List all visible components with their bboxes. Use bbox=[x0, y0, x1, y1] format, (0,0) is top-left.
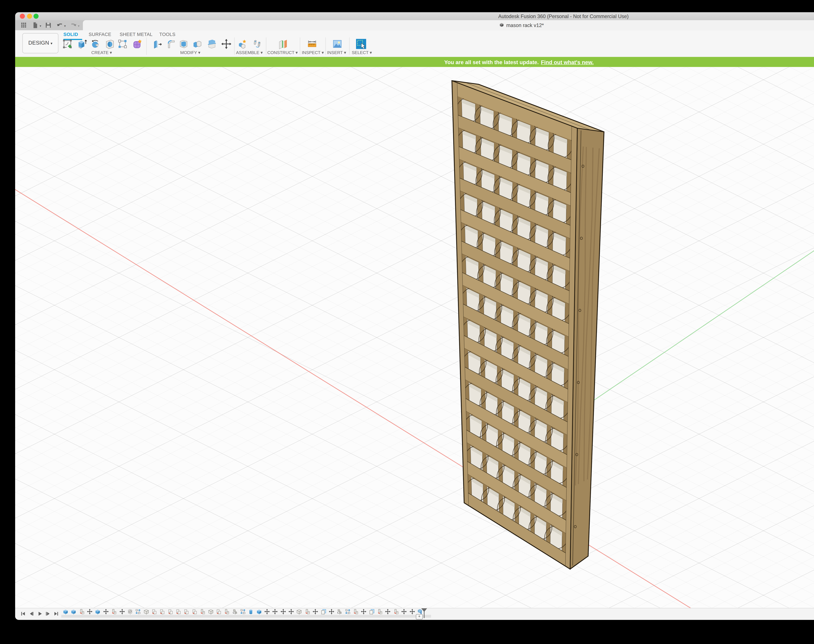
timeline-feature-body-copy[interactable] bbox=[159, 609, 165, 614]
tab-sheet-metal[interactable]: SHEET METAL bbox=[120, 32, 153, 38]
desktop: Autodesk Fusion 360 (Personal - Not for … bbox=[0, 0, 814, 644]
undo-icon[interactable] bbox=[56, 21, 63, 29]
playback-step-forward-button[interactable] bbox=[45, 611, 51, 616]
tool-form[interactable] bbox=[132, 38, 143, 49]
document-tab[interactable]: mason rack v12* × bbox=[83, 20, 814, 30]
fusion360-window: Autodesk Fusion 360 (Personal - Not for … bbox=[15, 12, 814, 620]
tool-new-component[interactable] bbox=[237, 38, 248, 49]
timeline-feature-extrude[interactable] bbox=[71, 609, 77, 614]
workspace-selector-button[interactable]: DESIGN ▾ bbox=[22, 33, 58, 54]
timeline-add-button[interactable]: + bbox=[416, 614, 423, 619]
document-tab-title: mason rack v12* bbox=[506, 22, 544, 28]
timeline-feature-plane[interactable] bbox=[320, 609, 326, 614]
timeline-feature-gray-copy[interactable] bbox=[232, 609, 238, 614]
tab-tools[interactable]: TOOLS bbox=[159, 32, 175, 38]
timeline-feature-move[interactable] bbox=[103, 609, 109, 614]
timeline-feature-link[interactable] bbox=[127, 609, 133, 614]
playback-play-button[interactable] bbox=[37, 611, 43, 616]
toolbar-divider bbox=[325, 37, 326, 55]
tab-solid[interactable]: SOLID bbox=[63, 32, 78, 38]
viewport-canvas[interactable]: Z TOP FRONT RIGHT X bbox=[15, 67, 814, 608]
timeline-feature-box[interactable] bbox=[208, 609, 213, 614]
timeline-feature-cylinder-copy[interactable] bbox=[393, 609, 399, 614]
timeline-feature-body-copy[interactable] bbox=[175, 609, 181, 614]
tool-measure[interactable] bbox=[307, 38, 317, 49]
group-label-create[interactable]: CREATE ▾ bbox=[80, 50, 123, 55]
timeline-feature-pattern[interactable] bbox=[135, 609, 141, 614]
timeline-feature-move[interactable] bbox=[401, 609, 407, 614]
playback-go-to-end-button[interactable] bbox=[54, 611, 59, 616]
timeline-feature-box[interactable] bbox=[296, 609, 302, 614]
timeline-feature-move[interactable] bbox=[272, 609, 278, 614]
timeline-feature-cylinder-copy[interactable] bbox=[377, 609, 383, 614]
timeline-feature-move[interactable] bbox=[361, 609, 366, 614]
timeline-feature-move[interactable] bbox=[87, 609, 93, 614]
timeline-feature-cylinder-copy[interactable] bbox=[353, 609, 359, 614]
timeline-feature-body-copy[interactable] bbox=[184, 609, 189, 614]
group-label-modify[interactable]: MODIFY ▾ bbox=[169, 50, 212, 55]
timeline-feature-move[interactable] bbox=[313, 609, 318, 614]
timeline-feature-extrude[interactable] bbox=[256, 609, 262, 614]
timeline-feature-move[interactable] bbox=[280, 609, 286, 614]
timeline-feature-move[interactable] bbox=[288, 609, 294, 614]
timeline-bar: + ⚙ bbox=[15, 608, 814, 620]
timeline-feature-extrude[interactable] bbox=[95, 609, 101, 614]
toolbar-divider bbox=[234, 37, 235, 55]
tool-combine[interactable] bbox=[192, 38, 202, 49]
timeline-feature-pattern[interactable] bbox=[240, 609, 246, 614]
timeline-feature-move[interactable] bbox=[409, 609, 415, 614]
timeline-feature-cylinder[interactable] bbox=[248, 609, 254, 614]
timeline-feature-pattern[interactable] bbox=[345, 609, 351, 614]
timeline-feature-derive[interactable] bbox=[417, 609, 423, 614]
timeline-ruler[interactable] bbox=[61, 615, 431, 618]
timeline-feature-move[interactable] bbox=[385, 609, 391, 614]
apps-grid-icon[interactable] bbox=[20, 21, 28, 29]
playback-step-back-button[interactable] bbox=[29, 611, 34, 616]
tool-select[interactable] bbox=[356, 38, 366, 49]
timeline-feature-cylinder-copy[interactable] bbox=[79, 609, 84, 614]
file-menu-icon[interactable] bbox=[32, 21, 39, 29]
timeline-feature-body-copy[interactable] bbox=[216, 609, 221, 614]
timeline-feature-cylinder-copy[interactable] bbox=[304, 609, 310, 614]
toolbar-divider bbox=[300, 37, 300, 55]
timeline-feature-cylinder-copy[interactable] bbox=[111, 609, 117, 614]
timeline-feature-body-copy[interactable] bbox=[152, 609, 157, 614]
tool-move-copy[interactable] bbox=[221, 38, 231, 49]
toolbar-divider bbox=[146, 37, 147, 55]
tool-revolve[interactable] bbox=[90, 38, 100, 49]
update-banner: You are all set with the latest update. … bbox=[15, 57, 814, 67]
timeline-feature-plane[interactable] bbox=[369, 609, 375, 614]
save-icon[interactable] bbox=[44, 21, 52, 29]
playback-go-to-start-button[interactable] bbox=[20, 611, 26, 616]
tool-split-body[interactable] bbox=[207, 38, 217, 49]
toolbar-divider bbox=[349, 37, 350, 55]
tool-hole[interactable] bbox=[104, 38, 115, 49]
timeline-feature-box[interactable] bbox=[143, 609, 149, 614]
timeline-feature-move[interactable] bbox=[264, 609, 270, 614]
timeline-feature-cylinder-copy[interactable] bbox=[200, 609, 205, 614]
tool-rectangular-pattern[interactable] bbox=[117, 38, 128, 49]
timeline-feature-move[interactable] bbox=[329, 609, 334, 614]
timeline-feature-body-copy[interactable] bbox=[167, 609, 173, 614]
timeline-feature-cylinder-copy[interactable] bbox=[224, 609, 230, 614]
title-bar: Autodesk Fusion 360 (Personal - Not for … bbox=[15, 12, 814, 20]
timeline-feature-body-copy[interactable] bbox=[192, 609, 197, 614]
tool-create-sketch[interactable] bbox=[62, 38, 73, 49]
tab-surface[interactable]: SURFACE bbox=[89, 32, 111, 38]
timeline-feature-gray-copy[interactable] bbox=[337, 609, 342, 614]
tool-fillet[interactable] bbox=[166, 38, 176, 49]
group-label-select[interactable]: SELECT ▾ bbox=[340, 50, 383, 55]
model-mason-jar-rack[interactable] bbox=[15, 67, 814, 608]
tab-bar: ▾ ▾ ▾ mason rack v12* × + ? NS bbox=[15, 20, 814, 30]
banner-link[interactable]: Find out what's new. bbox=[541, 59, 594, 65]
timeline-feature-move[interactable] bbox=[119, 609, 125, 614]
timeline-feature-extrude[interactable] bbox=[63, 609, 68, 614]
tool-construction-plane[interactable] bbox=[277, 38, 288, 49]
tool-extrude[interactable] bbox=[77, 38, 87, 49]
tool-press-pull[interactable] bbox=[152, 38, 163, 49]
window-title: Autodesk Fusion 360 (Personal - Not for … bbox=[15, 12, 814, 20]
tool-joint[interactable] bbox=[251, 38, 262, 49]
tool-insert-image[interactable] bbox=[332, 38, 343, 49]
redo-icon[interactable] bbox=[70, 21, 77, 29]
tool-shell[interactable] bbox=[178, 38, 189, 49]
